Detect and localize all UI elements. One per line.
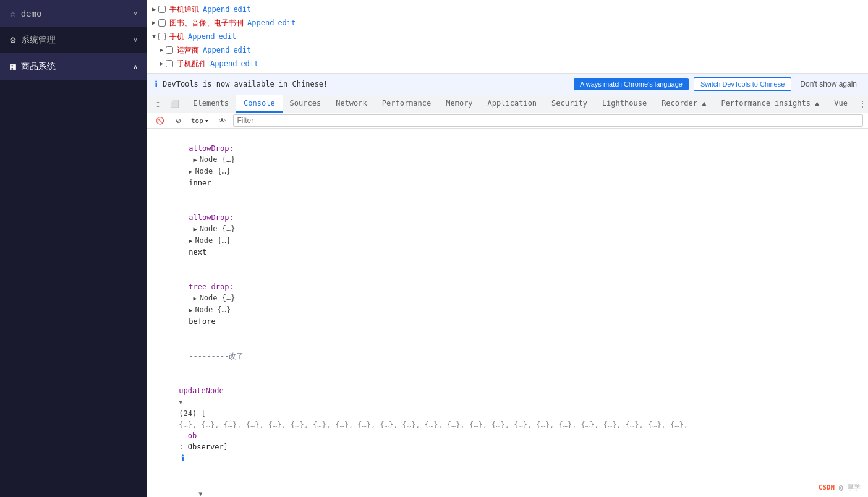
- sidebar-item-demo[interactable]: ☆ demo ∨: [0, 0, 147, 27]
- console-allow-drop-inner: allowDrop: ▶Node {…} ▶Node {…} inner: [147, 131, 868, 200]
- eye-button[interactable]: 👁: [215, 115, 229, 126]
- demo-arrow-icon: ∨: [134, 10, 137, 17]
- watermark-text: @ 厚学: [839, 483, 861, 491]
- tab-sources[interactable]: Sources: [283, 95, 329, 113]
- log-key-treeDrop: tree drop:: [189, 282, 233, 291]
- log-val-node1b: ▶Node {…}: [189, 167, 235, 176]
- tab-performance[interactable]: Performance: [375, 95, 438, 113]
- console-output: allowDrop: ▶Node {…} ▶Node {…} inner all…: [147, 129, 868, 497]
- watermark: CSDN @ 厚学: [819, 483, 861, 492]
- star-icon: ☆: [10, 7, 16, 19]
- log-before-label: before: [189, 317, 215, 326]
- clear-console-button[interactable]: 🚫: [152, 115, 168, 127]
- tree-row-phone-acc: ▶ 手机配件 Append edit: [147, 57, 868, 70]
- sidebar-item-goods-label: 商品系统: [21, 61, 56, 72]
- log-val-node3b: ▶Node {…}: [189, 305, 235, 314]
- separator-text: ---------改了: [189, 352, 244, 360]
- tree-area: ▶ 手机通讯 Append edit ▶ 图书、音像、电子书刊 Append e…: [147, 0, 868, 74]
- tree-checkbox-phone-acc[interactable]: [166, 60, 173, 67]
- tree-toggle-phone-acc[interactable]: ▶: [160, 58, 163, 69]
- tree-checkbox-phone[interactable]: [158, 33, 166, 40]
- tree-append-carrier[interactable]: Append: [203, 45, 229, 56]
- tab-network[interactable]: Network: [328, 95, 375, 113]
- tree-checkbox-carrier[interactable]: [166, 46, 173, 54]
- tree-text-carrier: 运营商: [177, 45, 199, 56]
- level-label: top: [191, 117, 203, 125]
- switch-devtools-button[interactable]: Switch DevTools to Chinese: [694, 77, 791, 91]
- tab-recorder[interactable]: Recorder ▲: [654, 95, 713, 113]
- tree-row-books: ▶ 图书、音像、电子书刊 Append edit: [147, 16, 868, 30]
- gear-icon: ⚙: [10, 34, 16, 46]
- devtools-main: ▶ 手机通讯 Append edit ▶ 图书、音像、电子书刊 Append e…: [147, 0, 868, 497]
- tree-checkbox-mobile-comm[interactable]: [158, 6, 166, 13]
- sidebar-item-system-label: 系统管理: [21, 35, 56, 46]
- tree-text-phone: 手机: [169, 31, 184, 42]
- log-key-updateNode: updateNode: [179, 386, 228, 395]
- tree-toggle-mobile-comm[interactable]: ▶: [152, 4, 156, 15]
- console-separator: ---------改了: [147, 339, 868, 373]
- sidebar-item-goods-system[interactable]: ▦ 商品系统 ∧: [0, 53, 147, 80]
- console-item-0: ▼ 0:: [147, 476, 868, 497]
- sidebar-item-system-mgmt[interactable]: ⚙ 系统管理 ∨: [0, 27, 147, 53]
- log-val-node2: ▶Node {…}: [189, 224, 239, 233]
- console-allow-drop-next: allowDrop: ▶Node {…} ▶Node {…} next: [147, 200, 868, 270]
- console-tree-drop: tree drop: ▶Node {…} ▶Node {…} before: [147, 270, 868, 339]
- array-label: (24) [: [179, 409, 205, 418]
- tree-append-phone-acc[interactable]: Append: [210, 58, 237, 69]
- tab-memory[interactable]: Memory: [438, 95, 480, 113]
- inspect-icon[interactable]: ⬚: [152, 97, 164, 111]
- tree-checkbox-books[interactable]: [158, 19, 166, 27]
- tree-edit-books[interactable]: edit: [278, 17, 296, 28]
- sidebar: ☆ demo ∨ ⚙ 系统管理 ∨ ▦ 商品系统 ∧: [0, 0, 147, 497]
- notification-bar: ℹ DevTools is now available in Chinese! …: [147, 74, 868, 95]
- tree-toggle-books[interactable]: ▶: [152, 17, 156, 28]
- tab-console[interactable]: Console: [236, 95, 283, 113]
- csdn-logo: CSDN: [819, 483, 835, 491]
- tree-append-phone[interactable]: Append: [188, 31, 215, 42]
- log-key-allowDrop1: allowDrop:: [189, 144, 233, 153]
- log-next-label: next: [189, 248, 206, 257]
- tab-vue[interactable]: Vue: [827, 95, 855, 113]
- console-update-node-header: updateNode ▼ (24) [ {…}, {…}, {…}, {…}, …: [147, 373, 868, 476]
- tree-edit-phone[interactable]: edit: [218, 31, 236, 42]
- tab-performance-insights[interactable]: Performance insights ▲: [713, 95, 827, 113]
- dont-show-again-button[interactable]: Don't show again: [796, 79, 861, 90]
- log-level-selector[interactable]: top ▾: [189, 116, 211, 126]
- log-key-allowDrop2: allowDrop:: [189, 213, 233, 222]
- tree-toggle-phone[interactable]: ▼: [152, 31, 156, 42]
- filter-input[interactable]: [233, 114, 864, 127]
- tree-row-carrier: ▶ 运营商 Append edit: [147, 43, 868, 57]
- tree-edit-mobile-comm[interactable]: edit: [233, 4, 251, 15]
- grid-icon: ▦: [10, 61, 16, 72]
- devtools-tab-bar: ⬚ ⬜ Elements Console Sources Network Per…: [147, 95, 868, 113]
- level-dropdown-icon: ▾: [205, 117, 209, 125]
- array-items: {…}, {…}, {…}, {…}, {…}, {…}, {…}, {…}, …: [179, 420, 692, 429]
- array-toggle[interactable]: ▼: [179, 399, 182, 406]
- more-tabs-icon[interactable]: ⋮: [855, 97, 868, 111]
- item0-toggle[interactable]: ▼: [198, 490, 202, 497]
- tree-edit-phone-acc[interactable]: edit: [240, 58, 258, 69]
- tree-append-mobile-comm[interactable]: Append: [203, 4, 229, 15]
- match-language-button[interactable]: Always match Chrome's language: [574, 78, 689, 90]
- tree-row-phone: ▼ 手机 Append edit: [147, 30, 868, 43]
- log-val-node3: ▶Node {…}: [189, 294, 239, 302]
- tree-edit-carrier[interactable]: edit: [233, 45, 251, 56]
- sidebar-item-demo-label: demo: [21, 9, 42, 19]
- tab-elements[interactable]: Elements: [185, 95, 236, 113]
- tree-append-books[interactable]: Append: [247, 17, 274, 28]
- array-ob-key: __ob__: [179, 431, 205, 440]
- tree-text-phone-acc: 手机配件: [177, 58, 206, 69]
- info-icon: ℹ: [155, 79, 158, 89]
- log-val-node2b: ▶Node {…}: [189, 236, 235, 245]
- info-badge[interactable]: ℹ: [181, 453, 184, 463]
- system-arrow-icon: ∨: [134, 36, 137, 43]
- console-toolbar: 🚫 ⊘ top ▾ 👁: [147, 113, 868, 129]
- tab-lighthouse[interactable]: Lighthouse: [595, 95, 654, 113]
- block-icon[interactable]: ⊘: [172, 115, 185, 127]
- tab-application[interactable]: Application: [480, 95, 544, 113]
- tab-security[interactable]: Security: [544, 95, 595, 113]
- tree-toggle-carrier[interactable]: ▶: [160, 45, 163, 56]
- log-val-node1: ▶Node {…}: [189, 155, 239, 164]
- goods-arrow-icon: ∧: [134, 63, 137, 70]
- device-icon[interactable]: ⬜: [166, 97, 183, 111]
